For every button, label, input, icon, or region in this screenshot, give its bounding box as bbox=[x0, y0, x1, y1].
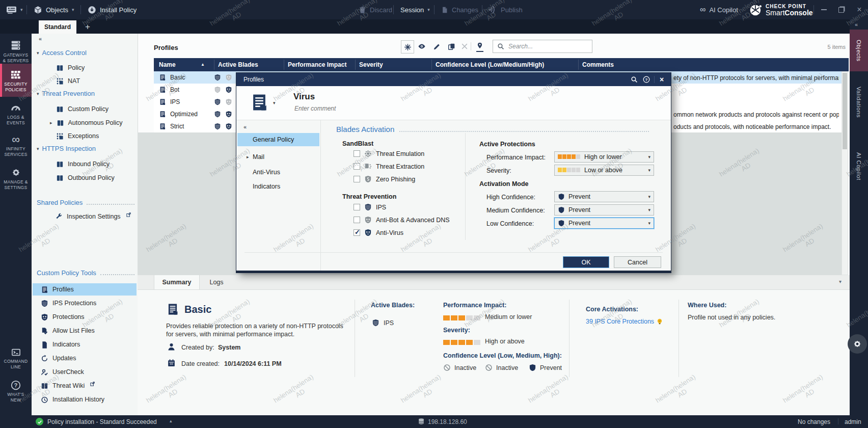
col-performance[interactable]: Performance Impact bbox=[288, 61, 346, 68]
close-button[interactable]: × bbox=[852, 0, 867, 19]
rail-gateways-servers[interactable]: GATEWAYS& SERVERS bbox=[0, 36, 32, 67]
rail-whats-new[interactable]: WHAT'SNEW bbox=[0, 376, 32, 407]
blade-threat-emulation[interactable]: Threat Emulation bbox=[354, 150, 424, 157]
collapse-dialog-nav-icon[interactable]: « bbox=[243, 124, 247, 130]
tool-item-profiles[interactable]: Profiles bbox=[33, 283, 137, 296]
main-menu-button[interactable]: ▾ bbox=[6, 0, 23, 19]
blade-anti-virus[interactable]: Anti-Virus bbox=[354, 229, 403, 236]
cancel-button[interactable]: Cancel bbox=[614, 256, 661, 268]
nav-item-custom-policy[interactable]: Custom Policy bbox=[56, 103, 108, 115]
core-activations-link[interactable]: 39 IPS Core Protections bbox=[586, 318, 654, 325]
col-confidence[interactable]: Confidence Level (Low/Medium/High) bbox=[436, 61, 544, 68]
collapse-summary-icon[interactable]: ▾ bbox=[839, 279, 842, 284]
section-access-control[interactable]: ▾Access Control bbox=[37, 49, 87, 57]
clone-button[interactable] bbox=[445, 40, 457, 52]
checkbox[interactable] bbox=[354, 176, 360, 182]
section-https-inspection[interactable]: ▾HTTPS Inspection bbox=[37, 145, 96, 152]
dialog-search-button[interactable] bbox=[629, 75, 639, 84]
discard-button[interactable]: Discard bbox=[359, 0, 392, 19]
tab-logs[interactable]: Logs bbox=[199, 275, 234, 289]
low-confidence-dropdown[interactable]: Prevent ▾ bbox=[554, 218, 654, 229]
tool-item-usercheck[interactable]: UserCheck bbox=[33, 366, 137, 378]
expander-icon[interactable]: ▸ bbox=[247, 154, 249, 159]
blade-anti-bot[interactable]: Anti-Bot & Advanced DNS bbox=[354, 216, 450, 224]
minimize-button[interactable] bbox=[816, 0, 831, 19]
tab-standard[interactable]: Standard bbox=[39, 20, 76, 34]
rail-manage-settings[interactable]: MANAGE &SETTINGS bbox=[0, 163, 32, 195]
col-comments[interactable]: Comments bbox=[582, 61, 614, 68]
checkbox[interactable] bbox=[354, 163, 360, 170]
ai-copilot-button[interactable]: ∞ AI Copilot bbox=[700, 0, 738, 19]
collapse-panel-icon[interactable]: « bbox=[39, 36, 42, 42]
nav-item-inbound-policy[interactable]: Inbound Policy bbox=[56, 158, 110, 170]
rail-infinity-services[interactable]: ∞ INFINITYSERVICES bbox=[0, 130, 32, 162]
rail-tab-ai-copilot[interactable]: AI Copilot bbox=[850, 138, 868, 195]
checkbox[interactable] bbox=[354, 150, 360, 157]
add-tab-button[interactable]: + bbox=[82, 20, 94, 34]
tool-item-installation-history[interactable]: Installation History bbox=[33, 393, 137, 406]
nav-item-nat[interactable]: NAT bbox=[56, 75, 80, 87]
high-confidence-dropdown[interactable]: Prevent ▾ bbox=[554, 191, 654, 202]
dialog-nav-mail[interactable]: ▸Mail bbox=[237, 150, 319, 164]
performance-impact-dropdown[interactable]: High or lower ▾ bbox=[554, 151, 654, 163]
section-threat-prevention[interactable]: ▾Threat Prevention bbox=[37, 90, 95, 97]
restore-button[interactable] bbox=[833, 0, 849, 19]
publish-button[interactable]: Publish bbox=[489, 0, 523, 19]
blade-zero-phishing[interactable]: Zero Phishing bbox=[354, 175, 415, 183]
scrollbar-thumb[interactable] bbox=[843, 73, 847, 149]
settings-fab[interactable] bbox=[848, 334, 867, 354]
checkbox[interactable] bbox=[354, 204, 360, 210]
tool-item-ips-protections[interactable]: IPS Protections bbox=[33, 297, 137, 309]
col-severity[interactable]: Severity bbox=[359, 61, 383, 68]
nav-item-autonomous-policy[interactable]: ▸Autonomous Policy bbox=[50, 117, 123, 128]
dialog-nav-general-policy[interactable]: General Policy bbox=[237, 133, 319, 146]
edit-button[interactable] bbox=[430, 40, 443, 52]
objects-menu-button[interactable]: Objects ▾ bbox=[34, 0, 74, 19]
caret-up-icon[interactable]: ▴ bbox=[170, 418, 172, 423]
medium-confidence-dropdown[interactable]: Prevent ▾ bbox=[554, 204, 654, 216]
logged-in-user[interactable]: admin bbox=[845, 418, 861, 425]
where-used-button[interactable] bbox=[474, 40, 486, 52]
checkbox[interactable] bbox=[354, 217, 360, 223]
rail-logs-events[interactable]: LOGS &EVENTS bbox=[0, 99, 32, 130]
delete-button[interactable] bbox=[458, 40, 471, 52]
tool-item-allow-list-files[interactable]: Allow List Files bbox=[33, 325, 137, 337]
ok-button[interactable]: OK bbox=[563, 256, 609, 268]
dialog-close-button[interactable]: × bbox=[657, 75, 667, 84]
nav-item-policy[interactable]: Policy bbox=[56, 62, 85, 73]
status-message[interactable]: Policy installation - Standard Succeeded bbox=[47, 418, 157, 425]
checkbox-checked[interactable] bbox=[354, 229, 360, 236]
blade-threat-extraction[interactable]: Threat Extraction bbox=[354, 163, 424, 170]
rail-security-policies[interactable]: SECURITYPOLICIES bbox=[0, 64, 32, 97]
collapse-rail-icon[interactable]: « bbox=[855, 21, 858, 28]
comment-input[interactable] bbox=[293, 104, 448, 113]
expander-icon[interactable]: ▸ bbox=[50, 120, 52, 125]
rail-tab-validations[interactable]: Validations bbox=[850, 72, 868, 131]
rail-command-line[interactable]: COMMANDLINE bbox=[0, 343, 32, 374]
nav-item-exceptions[interactable]: Exceptions bbox=[56, 130, 99, 142]
col-name[interactable]: Name bbox=[159, 61, 176, 68]
tool-item-indicators[interactable]: Indicators bbox=[33, 338, 137, 351]
col-active-blades[interactable]: Active Blades bbox=[218, 61, 258, 68]
tool-item-updates[interactable]: Updates bbox=[33, 352, 137, 364]
install-policy-button[interactable]: Install Policy bbox=[88, 0, 137, 19]
vertical-scrollbar[interactable] bbox=[842, 71, 848, 275]
tab-summary[interactable]: Summary bbox=[154, 275, 200, 289]
changes-status[interactable]: No changes bbox=[798, 418, 830, 425]
tool-item-protections[interactable]: Protections bbox=[33, 311, 137, 323]
tool-item-threat-wiki[interactable]: Threat Wiki bbox=[33, 380, 137, 392]
view-button[interactable] bbox=[416, 40, 428, 52]
caret-down-icon[interactable]: ▾ bbox=[273, 100, 276, 105]
nav-item-outbound-policy[interactable]: Outbound Policy bbox=[56, 172, 115, 183]
search-input[interactable] bbox=[507, 42, 586, 50]
dialog-nav-anti-virus[interactable]: Anti-Virus bbox=[237, 166, 319, 179]
blade-ips[interactable]: IPS bbox=[354, 203, 386, 211]
dialog-help-button[interactable] bbox=[641, 75, 652, 84]
severity-dropdown[interactable]: Low or above ▾ bbox=[554, 165, 654, 176]
dialog-nav-indicators[interactable]: Indicators bbox=[237, 180, 319, 193]
nav-item-inspection-settings[interactable]: Inspection Settings bbox=[51, 211, 131, 222]
changes-button[interactable]: Changes bbox=[441, 0, 478, 19]
new-profile-button[interactable] bbox=[401, 40, 414, 54]
rail-tab-objects[interactable]: Objects bbox=[850, 30, 868, 71]
session-menu-button[interactable]: Session ▾ bbox=[400, 0, 430, 19]
